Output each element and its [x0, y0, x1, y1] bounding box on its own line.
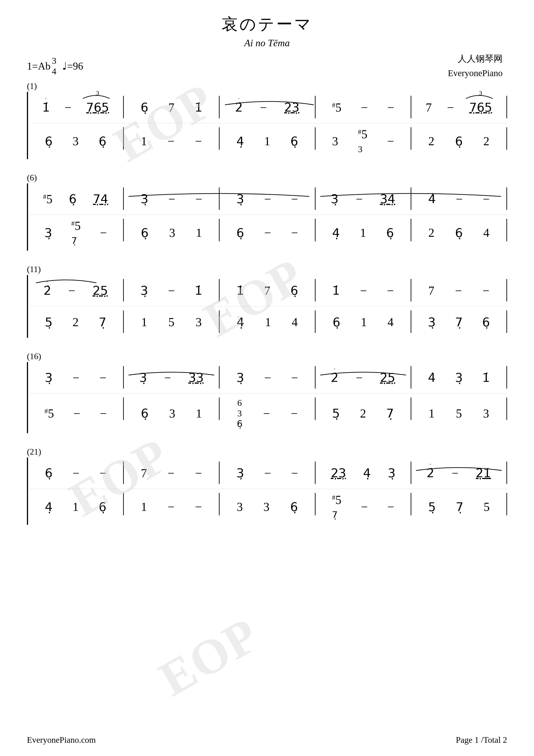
t20-1: 4̇	[428, 371, 436, 385]
bar-6-treble: #5 6̣ 7̣4̣	[28, 192, 123, 206]
t15-1: 7	[428, 284, 434, 298]
bar-2-treble: 6̣ 7 1̇	[124, 100, 219, 115]
t19-1: ·2̇	[331, 371, 339, 385]
b6-3: −	[100, 226, 107, 240]
bass-5-1: 2	[428, 134, 434, 148]
t16-2: −	[73, 371, 79, 385]
b18-3: −	[291, 407, 298, 420]
b9-2: 1	[360, 226, 366, 240]
bar-25-bass: 5̣ 7̣ 5	[411, 500, 506, 514]
b22-1: 1	[141, 500, 147, 514]
bar-24-treble: 2̣3̣ 4̣ 3̣	[316, 466, 411, 480]
bar-12-bass: 1 5 3	[124, 315, 219, 329]
t13-1: 1̇	[236, 284, 244, 298]
bar-23-bass: 3 3 6̣	[219, 500, 315, 514]
b15-3: 6̣	[482, 315, 490, 329]
bar-5-bass: 2 6̣ 2	[411, 134, 506, 148]
t24-1: 2̣3̣	[331, 466, 346, 480]
bar-17-treble: 3̣ − 3̣3̣	[124, 371, 219, 385]
bar-19-treble: ·2̇ − 2̣5̣	[316, 371, 411, 385]
bass-3-1: 4̣	[236, 134, 244, 148]
t13-2: 7	[264, 284, 270, 298]
treble-row-5: 6̣ − − 7 − − 3̣ − −	[28, 457, 507, 489]
b21-1: 4̣	[45, 500, 53, 514]
bar-14-bass: 6̣ 1 4	[316, 315, 411, 329]
bar-22-treble: 7 − −	[124, 466, 219, 480]
section-num-5: (21)	[27, 447, 507, 457]
bar-19-bass: 5̣ 2 7̣	[316, 406, 411, 420]
b15-2: 7̣	[455, 315, 463, 329]
b11-2: 2	[73, 315, 79, 329]
bar-3-bass: 4̣ 1 6̣	[219, 134, 315, 148]
bar-25-treble: ·2̇ − 2̣1̇	[411, 466, 506, 480]
note-1-1: ·1̇	[42, 100, 50, 115]
bar-12-treble: 3̣ − 1̇	[124, 284, 219, 298]
treble-row-4: 3̣ − − 3̣ − 3̣3̣ 3̣ − −	[28, 362, 507, 393]
title-section: 哀のテーマ Ai no Tēma	[27, 14, 507, 49]
t15-3: −	[482, 284, 489, 298]
b16-3: −	[100, 407, 107, 420]
barline-5	[506, 96, 507, 118]
b21-2: 1	[73, 500, 79, 514]
t20-3: 1̇	[482, 371, 490, 385]
section-num-2: (6)	[27, 173, 507, 182]
t21-2: −	[73, 466, 79, 480]
t13-3: 6̣	[291, 284, 298, 298]
b6-1: 3̣	[44, 226, 52, 240]
brand-cn: 人人钢琴网	[448, 52, 503, 66]
note-3-1: ·2̇	[235, 100, 243, 115]
key-tempo-info: 1=Ab 3 4 ♩=96	[27, 55, 507, 76]
bar-2-bass: 1 − −	[124, 134, 219, 148]
triplet-765-2: 3 7̣6̣5̣	[469, 100, 492, 115]
bar-4-bass: 3 #53 −	[316, 127, 411, 155]
t6-2: 6̣	[69, 192, 76, 206]
note-2-2: 7	[168, 100, 174, 115]
t15-2: −	[455, 284, 462, 298]
watermark-4: EOP	[150, 606, 268, 708]
b17-1: 6̣	[141, 406, 148, 420]
t14-3: −	[387, 284, 394, 298]
t23-3: −	[291, 466, 298, 480]
b10-1: 2	[428, 226, 434, 240]
bar-21-bass: 4̣ 1 6̣	[28, 500, 123, 514]
t20-2: 3̣	[455, 371, 463, 385]
bar-13-bass: 4̣ 1 4	[219, 315, 315, 329]
b8-2: −	[264, 226, 271, 240]
main-title: 哀のテーマ	[27, 14, 507, 35]
footer-left: EveryonePiano.com	[27, 735, 96, 745]
bass-row-3: 5̣ 2 7̣ 1 5 3 4̣ 1 4	[28, 307, 507, 338]
b10-2: 6̣	[455, 226, 463, 240]
bass-4-1: 3	[332, 134, 338, 148]
bass-2-1: 1	[141, 134, 147, 148]
b23-1: 3	[237, 500, 243, 514]
b7-3: 1	[196, 226, 202, 240]
b17-2: 3	[169, 407, 175, 420]
bar-11-treble: ·2̇ − 2̣5̣	[28, 284, 123, 298]
b19-1: 5̣	[332, 406, 340, 420]
t6-3: 7̣4̣	[93, 192, 108, 206]
b7-2: 3	[169, 226, 175, 240]
bar-22-bass: 1 − −	[124, 500, 219, 514]
b6-2: #57̣	[71, 219, 81, 247]
b23-2: 3	[264, 500, 269, 514]
bass-row-5: 4̣ 1 6̣ 1 − − 3 3 6̣	[28, 489, 507, 525]
b19-3: 7̣	[386, 406, 394, 420]
t16-1: 3̣	[45, 371, 53, 385]
t12-1: 3̣	[140, 284, 148, 298]
bar-8-bass: 6̣ − −	[219, 226, 315, 240]
bar-21-treble: 6̣ − −	[28, 466, 123, 480]
b20-1: 1	[429, 407, 435, 420]
bass-row-1: 6̣ 3 6̣ 1 − − 4̣ 1 6̣	[28, 123, 507, 159]
time-sig: 3 4	[52, 55, 56, 76]
t22-3: −	[195, 466, 202, 480]
treble-row-1: ·1̇ − 3 7̣6̣5̣ 6̣ 7 1̇	[28, 92, 507, 123]
t6-1: #5	[43, 192, 53, 206]
triplet-765: 3 7̣6̣5̣	[86, 100, 109, 115]
note-4-3: −	[387, 100, 394, 115]
b18-2: −	[263, 407, 270, 420]
b17-3: 1	[196, 407, 202, 420]
b14-3: 4	[388, 315, 394, 329]
b24-1: #57̣	[332, 493, 341, 521]
bar-11-bass: 5̣ 2 7̣	[28, 315, 123, 329]
bar-24-bass: #57̣ − −	[316, 493, 411, 521]
